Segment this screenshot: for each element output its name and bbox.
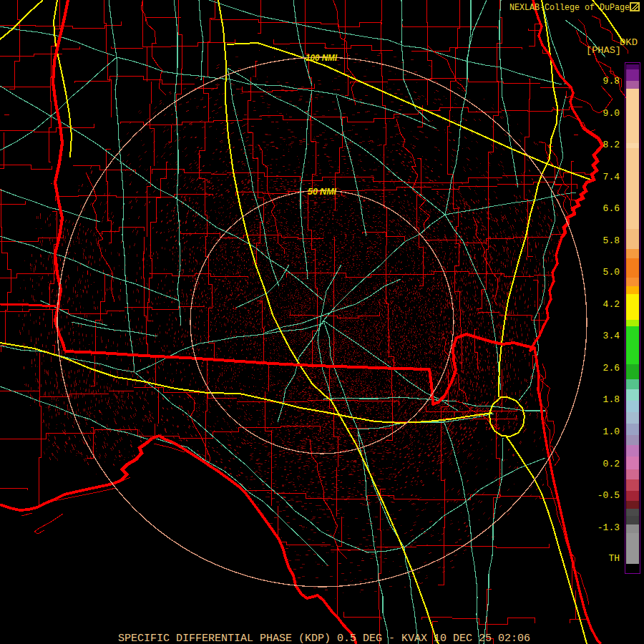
svg-text:1.0: 1.0 (603, 426, 620, 437)
svg-text:DKD: DKD (620, 37, 638, 48)
svg-text:5.8: 5.8 (603, 235, 620, 246)
svg-text:-0.5: -0.5 (597, 490, 620, 501)
svg-text:2.6: 2.6 (603, 363, 620, 374)
svg-text:[PHAS]: [PHAS] (586, 45, 621, 56)
svg-text:NEXLAB-College of DuPage: NEXLAB-College of DuPage (509, 2, 630, 13)
svg-text:SPECIFIC DIFFERENTIAL PHASE (K: SPECIFIC DIFFERENTIAL PHASE (KDP) 0.5 DE… (118, 633, 530, 644)
svg-text:0.2: 0.2 (603, 459, 620, 469)
svg-text:9.0: 9.0 (603, 108, 620, 119)
svg-text:-1.3: -1.3 (597, 522, 620, 533)
svg-text:100 NMI: 100 NMI (306, 53, 338, 63)
svg-text:9.8: 9.8 (603, 76, 620, 87)
svg-text:7.4: 7.4 (603, 172, 620, 182)
svg-text:5.0: 5.0 (603, 267, 620, 278)
svg-text:1.8: 1.8 (603, 394, 620, 405)
svg-text:3.4: 3.4 (603, 331, 620, 341)
svg-text:8.2: 8.2 (603, 140, 620, 150)
svg-text:50 NMI: 50 NMI (308, 187, 337, 197)
svg-text:6.6: 6.6 (603, 203, 620, 214)
svg-text:TH: TH (608, 553, 620, 564)
svg-text:4.2: 4.2 (603, 299, 620, 310)
